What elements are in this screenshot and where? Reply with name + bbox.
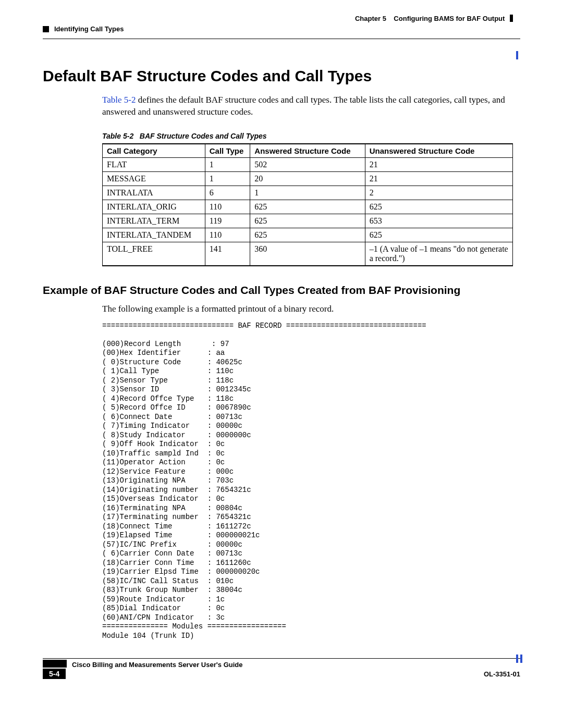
table-cell: 625	[365, 200, 512, 214]
table-cell: INTERLATA_TANDEM	[103, 228, 205, 242]
col-call-type: Call Type	[205, 144, 250, 158]
table-cross-reference[interactable]: Table 5-2	[102, 95, 136, 105]
table-row: TOLL_FREE141360–1 (A value of –1 means "…	[103, 242, 513, 266]
table-row: INTERLATA_TANDEM110625625	[103, 228, 513, 242]
table-cell: 625	[250, 214, 365, 228]
footer-guide-title: Cisco Billing and Measurements Server Us…	[72, 661, 242, 669]
table-header-row: Call Category Call Type Answered Structu…	[103, 144, 513, 158]
example-lead: The following example is a formatted pri…	[102, 304, 513, 314]
header-end-bar-icon	[510, 15, 513, 22]
table-cell: TOLL_FREE	[103, 242, 205, 266]
table-row: INTRALATA612	[103, 186, 513, 200]
table-cell: MESSAGE	[103, 171, 205, 186]
page-header: Chapter 5 Configuring BAMS for BAF Outpu…	[43, 15, 520, 29]
table-cell: 2	[365, 186, 512, 200]
col-call-category: Call Category	[103, 144, 205, 158]
page-title: Default BAF Structure Codes and Call Typ…	[43, 67, 520, 85]
col-unanswered-code: Unanswered Structure Code	[365, 144, 512, 158]
table-caption-title: BAF Structure Codes and Call Types	[140, 132, 267, 140]
table-row: INTERLATA_ORIG110625625	[103, 200, 513, 214]
document-id: OL-3351-01	[484, 670, 520, 678]
table-row: INTERLATA_TERM119625653	[103, 214, 513, 228]
table-cell: INTRALATA	[103, 186, 205, 200]
table-cell: 110	[205, 228, 250, 242]
square-bullet-icon	[43, 26, 49, 32]
table-cell: 360	[250, 242, 365, 266]
table-cell: 625	[250, 200, 365, 214]
change-bar-icon	[516, 51, 518, 59]
change-bar-icon	[520, 655, 522, 663]
page-footer: Cisco Billing and Measurements Server Us…	[0, 658, 563, 681]
table-cell: FLAT	[103, 157, 205, 171]
table-row: MESSAGE12021	[103, 171, 513, 186]
table-cell: 6	[205, 186, 250, 200]
chapter-title: Configuring BAMS for BAF Output	[394, 15, 505, 22]
table-cell: INTERLATA_ORIG	[103, 200, 205, 214]
table-cell: 110	[205, 200, 250, 214]
section-row: Identifying Call Types	[43, 25, 124, 33]
table-cell: 141	[205, 242, 250, 266]
table-caption-label: Table 5-2	[102, 132, 133, 140]
chapter-label-row: Chapter 5 Configuring BAMS for BAF Outpu…	[355, 15, 513, 22]
table-cell: 1	[205, 171, 250, 186]
section-title: Identifying Call Types	[54, 25, 124, 33]
col-answered-code: Answered Structure Code	[250, 144, 365, 158]
table-cell: 20	[250, 171, 365, 186]
table-cell: 1	[250, 186, 365, 200]
baf-structure-table: Call Category Call Type Answered Structu…	[102, 143, 513, 266]
header-rule	[43, 39, 520, 39]
intro-paragraph: Table 5-2 defines the default BAF struct…	[102, 94, 513, 118]
table-cell: 21	[365, 171, 512, 186]
footer-bar-icon	[43, 660, 67, 668]
chapter-number: Chapter 5	[355, 15, 386, 22]
footer-rule	[43, 658, 520, 659]
page-number: 5-4	[43, 669, 66, 679]
table-cell: INTERLATA_TERM	[103, 214, 205, 228]
table-row: FLAT150221	[103, 157, 513, 171]
baf-record-listing: ============================== BAF RECOR…	[102, 322, 513, 641]
example-subheading: Example of BAF Structure Codes and Call …	[43, 284, 513, 297]
table-cell: 653	[365, 214, 512, 228]
table-cell: 625	[365, 228, 512, 242]
intro-text: defines the default BAF structure codes …	[102, 95, 505, 117]
table-caption: Table 5-2 BAF Structure Codes and Call T…	[102, 132, 513, 140]
table-cell: –1 (A value of –1 means "do not generate…	[365, 242, 512, 266]
table-cell: 119	[205, 214, 250, 228]
table-cell: 625	[250, 228, 365, 242]
table-cell: 502	[250, 157, 365, 171]
table-cell: 1	[205, 157, 250, 171]
table-cell: 21	[365, 157, 512, 171]
